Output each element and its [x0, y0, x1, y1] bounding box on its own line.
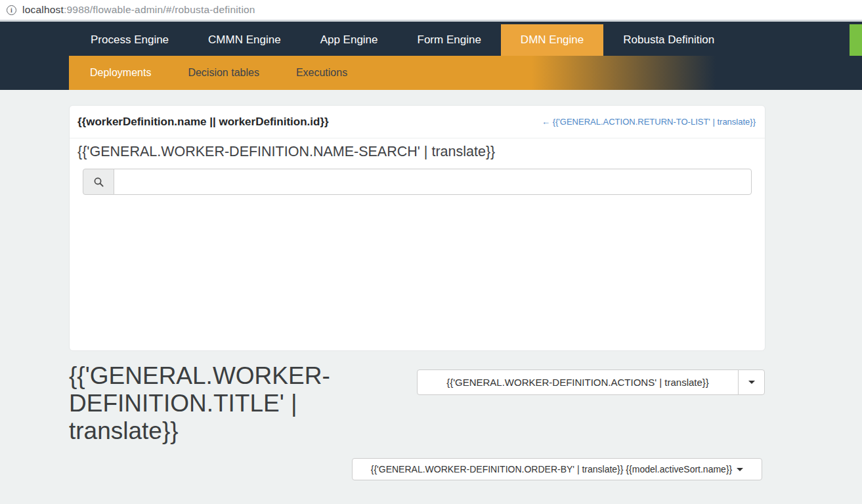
page-info-icon[interactable]: i	[7, 5, 16, 15]
order-by-dropdown-button[interactable]: {{'GENERAL.WORKER-DEFINITION.ORDER-BY' |…	[352, 458, 762, 480]
subnav-item-decision-tables[interactable]: Decision tables	[179, 56, 269, 90]
worker-definition-card: {{workerDefinition.name || workerDefinit…	[69, 105, 765, 351]
browser-address-bar[interactable]: i localhost:9988/flowable-admin/#/robust…	[0, 0, 862, 22]
page-content: {{workerDefinition.name || workerDefinit…	[0, 90, 862, 503]
actions-dropdown-toggle[interactable]	[738, 369, 765, 395]
name-search-heading: {{'GENERAL.WORKER-DEFINITION.NAME-SEARCH…	[70, 144, 765, 160]
search-input-group	[83, 169, 752, 195]
url-text: localhost:9988/flowable-admin/#/robusta-…	[22, 4, 255, 16]
return-to-list-link[interactable]: ← {{'GENERAL.ACTION.RETURN-TO-LIST' | tr…	[542, 117, 756, 127]
dmn-subnav: Deployments Decision tables Executions	[69, 56, 862, 90]
url-host: localhost	[22, 4, 64, 15]
search-addon-button[interactable]	[83, 169, 114, 195]
tab-app-engine[interactable]: App Engine	[301, 24, 398, 56]
tab-form-engine[interactable]: Form Engine	[398, 24, 501, 56]
engine-tabs-row: Process Engine CMMN Engine App Engine Fo…	[0, 22, 862, 56]
card-body: {{'GENERAL.WORKER-DEFINITION.NAME-SEARCH…	[70, 138, 765, 195]
tab-cmmn-engine[interactable]: CMMN Engine	[188, 24, 301, 56]
url-path: :9988/flowable-admin/#/robusta-definitio…	[64, 4, 255, 15]
caret-down-icon	[748, 381, 755, 384]
worker-definition-list-title: {{'GENERAL.WORKER-DEFINITION.TITLE' | tr…	[69, 362, 355, 445]
tab-process-engine[interactable]: Process Engine	[71, 24, 188, 56]
actions-button[interactable]: {{'GENERAL.WORKER-DEFINITION.ACTIONS' | …	[417, 369, 739, 395]
actions-split-button: {{'GENERAL.WORKER-DEFINITION.ACTIONS' | …	[417, 369, 765, 395]
card-header: {{workerDefinition.name || workerDefinit…	[70, 106, 765, 138]
tab-robusta-definition[interactable]: Robusta Definition	[603, 24, 734, 56]
order-by-label: {{'GENERAL.WORKER-DEFINITION.ORDER-BY' |…	[371, 464, 733, 474]
search-icon	[93, 177, 104, 188]
tab-dmn-engine[interactable]: DMN Engine	[501, 24, 603, 56]
main-navbar: Process Engine CMMN Engine App Engine Fo…	[0, 22, 862, 90]
subnav-item-deployments[interactable]: Deployments	[81, 56, 160, 90]
subnav-item-executions[interactable]: Executions	[287, 56, 356, 90]
tab-partial-green[interactable]	[850, 24, 862, 56]
card-title: {{workerDefinition.name || workerDefinit…	[77, 116, 329, 129]
search-input[interactable]	[114, 169, 752, 195]
caret-down-icon	[737, 468, 743, 471]
